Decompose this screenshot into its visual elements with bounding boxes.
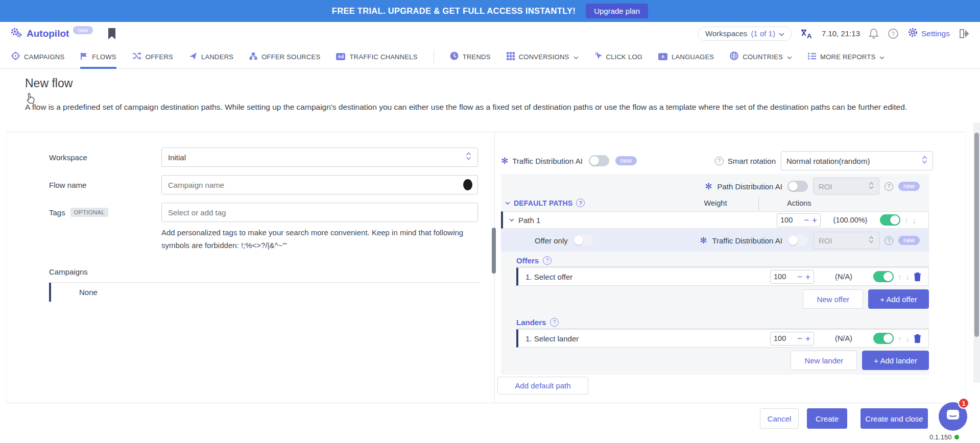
move-up-icon[interactable]: ↑ bbox=[898, 273, 902, 281]
path-weight-value[interactable]: 100 bbox=[780, 216, 801, 224]
smart-rotation-help-icon[interactable]: ? bbox=[715, 157, 724, 165]
path-weight-percent: (100.00%) bbox=[825, 216, 876, 224]
ai-icon: ✻ bbox=[705, 181, 712, 192]
new-offer-button[interactable]: New offer bbox=[803, 289, 863, 309]
bookmark-icon[interactable] bbox=[107, 28, 116, 40]
paper-plane-icon bbox=[189, 52, 197, 62]
path-traffic-ai-toggle[interactable] bbox=[787, 235, 808, 246]
path-distribution-ai-row: ✻ Path Distribution AI ROI ? new bbox=[705, 177, 920, 196]
decrease-icon[interactable]: − bbox=[797, 334, 802, 343]
trial-banner: FREE TRIAL. UPGRADE & GET FULL ACCESS IN… bbox=[0, 0, 980, 22]
add-lander-button[interactable]: + Add lander bbox=[862, 351, 929, 370]
path-traffic-ai-metric-select[interactable]: ROI bbox=[813, 232, 879, 249]
lander-enabled-toggle[interactable] bbox=[873, 333, 894, 344]
move-down-icon[interactable]: ↓ bbox=[906, 273, 910, 281]
nav-label: TRENDS bbox=[463, 53, 491, 61]
smart-rotation-value: Normal rotation(random) bbox=[786, 157, 870, 165]
lander-weight-value[interactable]: 100 bbox=[774, 334, 794, 342]
landers-help-icon[interactable]: ? bbox=[550, 318, 559, 327]
nav-item-more-reports[interactable]: MORE REPORTS bbox=[808, 45, 885, 69]
path-enabled-toggle[interactable] bbox=[880, 214, 900, 226]
page-title: New flow bbox=[25, 77, 73, 90]
paths-panel: ✻ Traffic Distribution AI new ? Smart ro… bbox=[501, 132, 935, 403]
flag-icon bbox=[80, 52, 88, 62]
move-up-icon[interactable]: ↑ bbox=[904, 216, 909, 225]
bell-icon[interactable] bbox=[869, 28, 879, 39]
nav-item-countries[interactable]: COUNTRIES bbox=[730, 45, 792, 69]
default-paths-title[interactable]: DEFAULT PATHS ? bbox=[505, 199, 585, 207]
add-offer-button[interactable]: + Add offer bbox=[868, 289, 929, 309]
increase-icon[interactable]: + bbox=[805, 334, 810, 343]
nav-divider bbox=[434, 50, 434, 64]
increase-icon[interactable]: + bbox=[805, 273, 810, 281]
nav-item-offer-sources[interactable]: OFFER SOURCES bbox=[249, 45, 320, 69]
path-name-toggle[interactable]: Path 1 bbox=[509, 216, 540, 225]
lander-weight-percent: (N/A) bbox=[818, 334, 869, 342]
left-scrollbar-thumb[interactable] bbox=[492, 228, 496, 274]
help-icon[interactable]: ? bbox=[888, 28, 899, 39]
offer-name[interactable]: 1. Select offer bbox=[525, 273, 572, 281]
nav-item-campaigns[interactable]: CAMPAIGNS bbox=[11, 45, 64, 69]
tags-input[interactable] bbox=[168, 208, 454, 217]
offer-weight-value[interactable]: 100 bbox=[774, 273, 794, 281]
smart-rotation-label: Smart rotation bbox=[728, 157, 776, 165]
offers-help-icon[interactable]: ? bbox=[543, 256, 552, 265]
path-ai-metric-select[interactable]: ROI bbox=[813, 178, 879, 195]
flow-name-row: Flow name bbox=[49, 175, 478, 194]
workspaces-count: (1 of 1) bbox=[751, 29, 775, 38]
flow-name-input[interactable] bbox=[168, 181, 444, 189]
nav-label: CONVERSIONS bbox=[519, 53, 569, 61]
trial-banner-text: FREE TRIAL. UPGRADE & GET FULL ACCESS IN… bbox=[332, 6, 576, 16]
nav-item-trends[interactable]: TRENDS bbox=[450, 45, 491, 69]
nav-item-flows[interactable]: FLOWS bbox=[80, 45, 116, 69]
nav-item-click-log[interactable]: CLICK LOG bbox=[594, 45, 643, 69]
nav-item-landers[interactable]: LANDERS bbox=[189, 45, 233, 69]
nav-item-offers[interactable]: OFFERS bbox=[132, 45, 173, 69]
click-cursor-icon bbox=[594, 52, 602, 62]
path-name: Path 1 bbox=[518, 216, 540, 225]
upgrade-plan-button[interactable]: Upgrade plan bbox=[586, 4, 648, 18]
nav-label: OFFERS bbox=[146, 53, 173, 61]
add-default-path-button[interactable]: Add default path bbox=[497, 377, 588, 395]
tags-hint: Add personalized tags to make your searc… bbox=[161, 226, 481, 252]
list-icon bbox=[808, 53, 816, 61]
offer-enabled-toggle[interactable] bbox=[873, 271, 894, 282]
path-ai-help-icon[interactable]: ? bbox=[885, 182, 893, 191]
traffic-ai-toggle[interactable] bbox=[589, 155, 609, 166]
logout-icon[interactable] bbox=[959, 29, 970, 39]
cancel-button[interactable]: Cancel bbox=[760, 408, 799, 429]
version-info: 0.1.150 bbox=[929, 433, 959, 441]
move-down-icon[interactable]: ↓ bbox=[913, 216, 917, 225]
offer-only-toggle[interactable] bbox=[573, 235, 593, 246]
increase-icon[interactable]: + bbox=[812, 216, 817, 225]
create-button[interactable]: Create bbox=[807, 408, 847, 429]
language-chip-icon: A bbox=[658, 53, 667, 60]
workspaces-selector[interactable]: Workspaces (1 of 1) bbox=[698, 27, 792, 41]
create-and-close-button[interactable]: Create and close bbox=[861, 408, 928, 429]
nav-item-conversions[interactable]: CONVERSIONS bbox=[507, 45, 579, 69]
app-logo[interactable]: Autopilot new bbox=[10, 27, 93, 41]
path-weight-stepper: 100 − + bbox=[777, 213, 821, 227]
weight-column-header: Weight bbox=[695, 199, 736, 207]
move-up-icon[interactable]: ↑ bbox=[898, 334, 902, 343]
nav-item-languages[interactable]: A LANGUAGES bbox=[658, 45, 714, 69]
target-icon bbox=[11, 52, 20, 62]
flow-name-label: Flow name bbox=[49, 181, 161, 189]
settings-button[interactable]: Settings bbox=[907, 27, 950, 40]
page-scrollbar-thumb[interactable] bbox=[974, 133, 979, 337]
new-lander-button[interactable]: New lander bbox=[791, 351, 857, 370]
lander-name[interactable]: 1. Select lander bbox=[525, 334, 579, 343]
decrease-icon[interactable]: − bbox=[804, 216, 809, 225]
workspace-select[interactable]: Initial bbox=[161, 147, 478, 167]
trash-icon[interactable] bbox=[914, 272, 921, 281]
notification-badge: 1 bbox=[958, 398, 969, 409]
nav-item-traffic-channels[interactable]: Ad TRAFFIC CHANNELS bbox=[336, 45, 417, 69]
move-down-icon[interactable]: ↓ bbox=[906, 334, 910, 343]
decrease-icon[interactable]: − bbox=[797, 273, 802, 281]
traffic-ai-help-icon[interactable]: ? bbox=[885, 236, 893, 245]
translate-icon[interactable]: A bbox=[801, 29, 813, 39]
default-paths-help-icon[interactable]: ? bbox=[576, 199, 585, 207]
trash-icon[interactable] bbox=[914, 334, 921, 343]
smart-rotation-select[interactable]: Normal rotation(random) bbox=[781, 151, 933, 170]
path-ai-toggle[interactable] bbox=[787, 181, 808, 192]
